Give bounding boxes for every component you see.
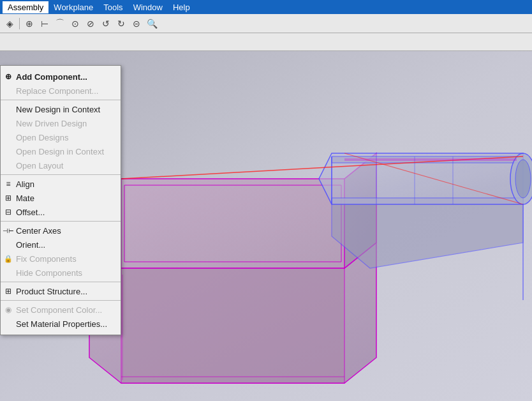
fix-components-icon: 🔒 bbox=[3, 253, 13, 264]
assembly-dropdown-menu: ⊕ Add Component... Replace Component... … bbox=[0, 65, 121, 335]
toolbar-icon-5[interactable]: ⊙ bbox=[68, 17, 82, 31]
toolbar-icon-7[interactable]: ↺ bbox=[99, 17, 113, 31]
toolbar-sep-1 bbox=[19, 18, 20, 29]
menu-offset[interactable]: ⊟ Offset... bbox=[1, 205, 121, 219]
svg-marker-11 bbox=[332, 198, 523, 204]
menu-new-driven-design[interactable]: New Driven Design bbox=[1, 116, 121, 130]
svg-rect-25 bbox=[344, 158, 517, 161]
open-layout-icon bbox=[3, 160, 13, 170]
menu-assembly[interactable]: Assembly bbox=[3, 1, 48, 13]
menu-set-component-color[interactable]: ◉ Set Component Color... bbox=[1, 303, 121, 317]
menu-section-align: ≡ Align ⊞ Mate ⊟ Offset... bbox=[1, 175, 121, 222]
toolbar2 bbox=[0, 33, 532, 51]
toolbar: ◈ ⊕ ⊢ ⌒ ⊙ ⊘ ↺ ↻ ⊝ 🔍 bbox=[0, 14, 532, 33]
menu-window[interactable]: Window bbox=[128, 1, 168, 13]
main-viewport: ⊕ Add Component... Replace Component... … bbox=[0, 51, 532, 401]
menu-open-design-in-context[interactable]: Open Design in Context bbox=[1, 144, 121, 158]
mate-icon: ⊞ bbox=[3, 193, 13, 203]
open-design-context-icon bbox=[3, 146, 13, 156]
menu-help[interactable]: Help bbox=[168, 1, 195, 13]
svg-marker-22 bbox=[121, 268, 344, 383]
menu-align[interactable]: ≡ Align bbox=[1, 177, 121, 191]
svg-point-13 bbox=[515, 160, 531, 198]
toolbar-icon-8[interactable]: ↻ bbox=[114, 17, 128, 31]
menu-new-design-in-context[interactable]: New Design in Context bbox=[1, 102, 121, 116]
toolbar-icon-9[interactable]: ⊝ bbox=[129, 17, 144, 31]
menu-tools[interactable]: Tools bbox=[98, 1, 128, 13]
menu-section-components: ⊕ Add Component... Replace Component... bbox=[1, 68, 121, 100]
replace-component-icon bbox=[3, 86, 13, 96]
toolbar-icon-2[interactable]: ⊕ bbox=[22, 17, 36, 31]
offset-icon: ⊟ bbox=[3, 207, 13, 217]
menu-open-layout[interactable]: Open Layout bbox=[1, 158, 121, 172]
menu-section-material: ◉ Set Component Color... Set Material Pr… bbox=[1, 301, 121, 333]
set-color-icon: ◉ bbox=[3, 305, 13, 315]
menu-add-component[interactable]: ⊕ Add Component... bbox=[1, 70, 121, 84]
menu-replace-component[interactable]: Replace Component... bbox=[1, 84, 121, 98]
menu-workplane[interactable]: Workplane bbox=[48, 1, 98, 13]
center-axes-icon: ⊣⊢ bbox=[3, 225, 13, 236]
toolbar-icon-1[interactable]: ◈ bbox=[3, 17, 17, 31]
new-driven-icon bbox=[3, 118, 13, 128]
menu-section-orient: ⊣⊢ Center Axes Orient... 🔒 Fix Component… bbox=[1, 222, 121, 282]
toolbar-icon-10[interactable]: 🔍 bbox=[145, 17, 159, 31]
menu-set-material-properties[interactable]: Set Material Properties... bbox=[1, 317, 121, 331]
toolbar-icon-6[interactable]: ⊘ bbox=[84, 17, 98, 31]
set-material-icon bbox=[3, 319, 13, 329]
orient-icon bbox=[3, 239, 13, 250]
menu-section-design: New Design in Context New Driven Design … bbox=[1, 100, 121, 175]
hide-components-icon bbox=[3, 268, 13, 278]
menu-orient[interactable]: Orient... bbox=[1, 238, 121, 252]
open-designs-icon bbox=[3, 132, 13, 142]
menu-open-designs[interactable]: Open Designs bbox=[1, 130, 121, 144]
menu-hide-components[interactable]: Hide Components bbox=[1, 266, 121, 280]
new-design-icon bbox=[3, 104, 13, 114]
menu-product-structure[interactable]: ⊞ Product Structure... bbox=[1, 284, 121, 298]
align-icon: ≡ bbox=[3, 179, 13, 189]
menu-section-product: ⊞ Product Structure... bbox=[1, 282, 121, 301]
toolbar-icon-4[interactable]: ⌒ bbox=[53, 17, 67, 31]
menu-center-axes[interactable]: ⊣⊢ Center Axes bbox=[1, 223, 121, 238]
menu-fix-components[interactable]: 🔒 Fix Components bbox=[1, 252, 121, 266]
menu-bar: Assembly Workplane Tools Window Help bbox=[0, 0, 532, 14]
menu-mate[interactable]: ⊞ Mate bbox=[1, 191, 121, 205]
add-component-icon: ⊕ bbox=[3, 72, 13, 82]
toolbar-icon-3[interactable]: ⊢ bbox=[38, 17, 52, 31]
product-structure-icon: ⊞ bbox=[3, 286, 13, 296]
